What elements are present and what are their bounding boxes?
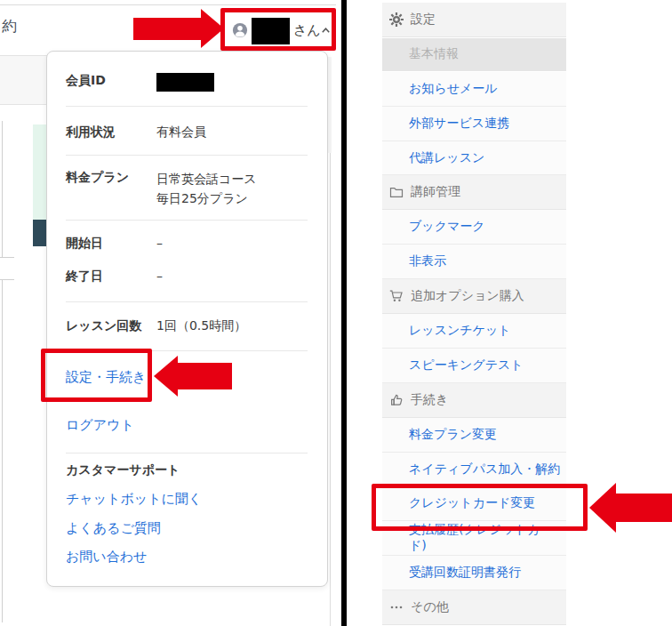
gear-icon: [389, 12, 404, 27]
arrow-shaft: [616, 494, 672, 522]
section-label: その他: [411, 599, 449, 615]
menu-item-label: 代講レッスン: [409, 150, 484, 166]
page-box-border-fragment: [0, 257, 14, 258]
end-date-row: 終了日 –: [66, 268, 309, 285]
menu-item-announcement-mail[interactable]: お知らせメール: [382, 72, 566, 107]
menu-item-label: ネイティブパス加入・解約: [409, 461, 560, 478]
arrow-head: [589, 483, 616, 533]
settings-side-menu: 設定 基本情報 お知らせメール 外部サービス連携 代講レッスン 講師管理 ブック…: [382, 3, 566, 625]
menu-item-substitute-lesson[interactable]: 代講レッスン: [382, 141, 566, 176]
screenshot-canvas: 約 さん 会員ID 利用状況 有料会員 料金プラン: [0, 0, 672, 626]
annotation-box-settings-link: [41, 349, 152, 402]
menu-item-lesson-ticket[interactable]: レッスンチケット: [382, 314, 566, 349]
plan-value: 日常英会話コース 毎日25分プラン: [156, 169, 257, 208]
plan-value-line2: 毎日25分プラン: [156, 189, 257, 208]
menu-item-label: レッスンチケット: [409, 323, 511, 339]
plan-label: 料金プラン: [66, 169, 156, 208]
logout-link[interactable]: ログアウト: [66, 417, 134, 433]
annotation-arrow-user-badge: [133, 9, 224, 49]
divider: [66, 106, 308, 107]
cart-icon: [389, 289, 404, 303]
end-date-label: 終了日: [66, 268, 156, 285]
header-bottom-border: [0, 4, 336, 5]
lesson-count-value: 1回（0.5時間）: [156, 317, 246, 334]
menu-item-hidden-teachers[interactable]: 非表示: [382, 245, 566, 279]
section-label: 講師管理: [411, 184, 460, 200]
section-label: 追加オプション購入: [411, 288, 524, 304]
lesson-count-label: レッスン回数: [66, 317, 156, 334]
member-id-row: 会員ID: [66, 72, 309, 92]
nav-partial-text: 約: [2, 16, 17, 36]
menu-item-external-services[interactable]: 外部サービス連携: [382, 107, 566, 141]
section-label: 設定: [411, 12, 436, 28]
section-additional-options: 追加オプション購入: [382, 279, 566, 314]
calendar-selected-slot-fragment: [33, 220, 46, 246]
plan-row: 料金プラン 日常英会話コース 毎日25分プラン: [66, 169, 309, 208]
arrow-shaft: [178, 363, 232, 389]
annotation-arrow-settings-link: [154, 356, 232, 397]
page-box-border-fragment: [2, 121, 3, 257]
customer-support-header: カスタマーサポート: [66, 462, 180, 478]
folder-icon: [389, 185, 404, 199]
page-box-border-fragment: [2, 279, 3, 622]
end-date-value: –: [156, 268, 163, 285]
chatbot-link[interactable]: チャットボットに聞く: [66, 491, 202, 507]
menu-item-label: 料金プラン変更: [409, 427, 497, 443]
menu-item-basic-info[interactable]: 基本情報: [382, 37, 566, 72]
divider: [66, 301, 308, 302]
ellipsis-icon: [389, 600, 404, 614]
menu-item-label: 基本情報: [409, 46, 459, 62]
menu-item-label: 外部サービス連携: [409, 116, 509, 132]
menu-item-native-pass[interactable]: ネイティブパス加入・解約: [382, 453, 566, 487]
menu-item-bookmark[interactable]: ブックマーク: [382, 210, 566, 245]
calendar-slot-fragment: [33, 124, 46, 220]
faq-link[interactable]: よくあるご質問: [66, 520, 161, 536]
page-panel-fragment: [328, 57, 332, 153]
redacted-member-id: [156, 73, 214, 92]
lesson-count-row: レッスン回数 1回（0.5時間）: [66, 317, 309, 334]
section-label: 手続き: [411, 392, 448, 408]
page-panel-border-fragment: [330, 153, 331, 626]
thumbs-up-icon: [389, 393, 404, 407]
screenshot-separator: [341, 0, 347, 626]
menu-item-label: スピーキングテスト: [409, 357, 524, 373]
member-id-label: 会員ID: [66, 72, 156, 92]
divider: [66, 155, 308, 156]
contact-link[interactable]: お問い合わせ: [66, 549, 147, 565]
usage-status-value: 有料会員: [156, 124, 206, 140]
annotation-arrow-credit-card: [589, 483, 672, 533]
menu-item-attendance-certificate[interactable]: 受講回数証明書発行: [382, 556, 566, 590]
divider: [66, 453, 308, 453]
menu-item-label: ブックマーク: [409, 219, 485, 235]
menu-item-label: 非表示: [409, 253, 446, 269]
arrow-head: [154, 356, 178, 397]
page-subheader-fragment: [0, 55, 49, 105]
usage-status-row: 利用状況 有料会員: [66, 124, 309, 140]
section-others: その他: [382, 590, 566, 625]
section-teacher-management: 講師管理: [382, 175, 566, 210]
section-settings: 設定: [382, 3, 566, 37]
start-date-row: 開始日 –: [66, 235, 309, 252]
start-date-value: –: [156, 235, 163, 252]
account-dropdown-panel: 会員ID 利用状況 有料会員 料金プラン 日常英会話コース 毎日25分プラン 開…: [46, 51, 328, 587]
menu-item-label: お知らせメール: [409, 81, 498, 97]
annotation-box-credit-card: [372, 484, 588, 531]
annotation-box-user-badge: [220, 8, 336, 51]
plan-value-line1: 日常英会話コース: [156, 169, 257, 189]
menu-item-label: 受講回数証明書発行: [409, 565, 521, 581]
arrow-shaft: [133, 18, 201, 40]
divider: [66, 220, 308, 221]
usage-status-label: 利用状況: [66, 124, 156, 140]
menu-item-plan-change[interactable]: 料金プラン変更: [382, 418, 566, 453]
section-procedures: 手続き: [382, 383, 566, 418]
start-date-label: 開始日: [66, 235, 156, 252]
menu-item-speaking-test[interactable]: スピーキングテスト: [382, 349, 566, 383]
